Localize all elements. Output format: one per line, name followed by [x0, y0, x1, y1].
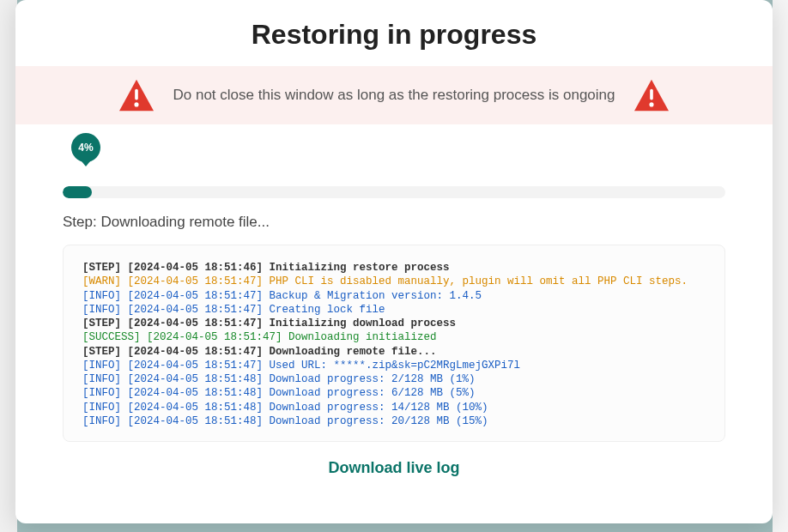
- log-line: [INFO] [2024-04-05 18:51:48] Download pr…: [82, 401, 706, 414]
- warning-message: Do not close this window as long as the …: [173, 87, 615, 104]
- download-link-row: Download live log: [15, 442, 773, 486]
- svg-rect-0: [136, 89, 139, 100]
- log-line: [INFO] [2024-04-05 18:51:48] Download pr…: [82, 372, 706, 386]
- log-line: [SUCCESS] [2024-04-05 18:51:47] Download…: [82, 330, 706, 344]
- log-line: [INFO] [2024-04-05 18:51:47] Backup & Mi…: [82, 289, 706, 303]
- modal-title: Restoring in progress: [15, 0, 773, 66]
- log-output-box[interactable]: [STEP] [2024-04-05 18:51:46] Initializin…: [63, 245, 725, 442]
- svg-rect-2: [650, 89, 653, 100]
- log-line: [INFO] [2024-04-05 18:51:48] Download pr…: [82, 386, 706, 400]
- svg-point-3: [649, 102, 653, 106]
- log-line: [INFO] [2024-04-05 18:51:48] Download pr…: [82, 414, 706, 428]
- progress-area: 4%: [15, 124, 773, 198]
- step-prefix: Step:: [63, 214, 100, 230]
- progress-percent-value: 4%: [78, 142, 93, 154]
- warning-triangle-icon: [633, 78, 670, 112]
- current-step-line: Step: Downloading remote file...: [15, 198, 773, 239]
- background-right-strip: [773, 0, 788, 532]
- progress-bar-fill: [63, 186, 92, 198]
- background-left-strip: [0, 0, 17, 532]
- download-live-log-link[interactable]: Download live log: [328, 459, 459, 477]
- log-line: [STEP] [2024-04-05 18:51:47] Initializin…: [82, 317, 706, 330]
- svg-point-1: [135, 102, 139, 106]
- log-line: [INFO] [2024-04-05 18:51:47] Creating lo…: [82, 303, 706, 317]
- log-line: [INFO] [2024-04-05 18:51:47] Used URL: *…: [82, 359, 706, 372]
- step-text: Downloading remote file...: [100, 214, 270, 230]
- log-line: [STEP] [2024-04-05 18:51:46] Initializin…: [82, 261, 706, 275]
- warning-banner: Do not close this window as long as the …: [15, 66, 773, 124]
- warning-triangle-icon: [118, 78, 155, 112]
- progress-percent-bubble-wrap: 4%: [63, 133, 100, 162]
- restore-progress-modal: Restoring in progress Do not close this …: [15, 0, 773, 523]
- log-line: [STEP] [2024-04-05 18:51:47] Downloading…: [82, 345, 706, 359]
- progress-percent-bubble: 4%: [71, 133, 100, 162]
- progress-bar-track: [63, 186, 725, 198]
- log-line: [WARN] [2024-04-05 18:51:47] PHP CLI is …: [82, 275, 706, 288]
